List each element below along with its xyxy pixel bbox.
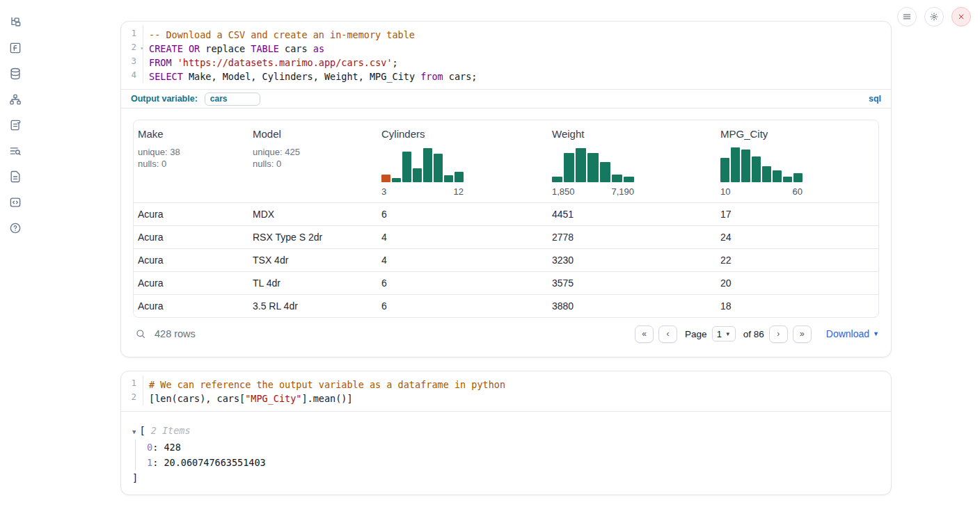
left-sidebar [0, 0, 31, 507]
histogram-bar [587, 153, 598, 182]
column-title: Weight [552, 128, 716, 140]
next-page-button[interactable]: › [769, 325, 788, 343]
python-code-editor[interactable]: 12 # We can reference the output variabl… [121, 371, 891, 412]
code-line: [len(cars), cars["MPG_City"].mean()] [149, 392, 891, 405]
table-row[interactable]: AcuraRSX Type S 2dr4277824 [134, 225, 878, 248]
documentation-icon[interactable] [7, 168, 24, 185]
table-cell: 4 [377, 255, 548, 266]
download-button[interactable]: Download ▼ [826, 328, 879, 339]
column-stat: nulls: 0 [253, 158, 377, 170]
page-select[interactable]: 1 ▼ [712, 326, 736, 341]
table-row[interactable]: AcuraMDX6445117 [134, 202, 878, 225]
histogram-bar [741, 150, 750, 182]
table-row[interactable]: AcuraTSX 4dr4323022 [134, 248, 878, 271]
marimo-notebook: 12▾34 -- Download a CSV and create an in… [0, 0, 980, 507]
table-cell: 4 [377, 232, 548, 243]
output-variable-label: Output variable: [131, 94, 198, 104]
file-explorer-icon[interactable] [7, 14, 24, 31]
table-cell: 6 [377, 300, 548, 312]
column-header-mpg_city[interactable]: MPG_City1060 [716, 120, 878, 202]
top-toolbar [897, 7, 971, 26]
menu-icon[interactable] [897, 7, 917, 26]
column-header-weight[interactable]: Weight1,8507,190 [548, 120, 716, 202]
output-variable-bar: Output variable: sql [121, 89, 891, 108]
table-row[interactable]: AcuraTL 4dr6357520 [134, 271, 878, 294]
histogram-axis: 1060 [720, 186, 803, 197]
chevron-down-icon: ▼ [725, 331, 731, 337]
histogram-axis: 1,8507,190 [552, 186, 634, 197]
fold-chevron-icon[interactable]: ▾ [140, 45, 143, 51]
histogram-bar [455, 172, 464, 182]
table-cell: Acura [134, 300, 248, 312]
functions-icon[interactable] [7, 40, 24, 56]
axis-min-label: 3 [381, 186, 386, 197]
tree-entry-key: 0 [147, 442, 152, 453]
line-number: 1 [121, 378, 143, 392]
table-body: AcuraMDX6445117AcuraRSX Type S 2dr427782… [134, 202, 878, 317]
histogram-bar [762, 166, 771, 182]
histogram-bar [381, 175, 390, 182]
histogram-bar [731, 147, 740, 182]
tree-entry-value: 20.060747663551403 [164, 457, 265, 468]
column-header-make[interactable]: Makeunique: 38nulls: 0 [134, 120, 248, 202]
table-cell: 2778 [548, 232, 716, 243]
total-pages-label: of 86 [743, 329, 764, 339]
column-title: MPG_City [720, 128, 878, 140]
table-cell: Acura [134, 277, 248, 289]
collapse-toggle-icon[interactable]: ▼ [132, 428, 136, 435]
column-histogram[interactable] [552, 146, 634, 182]
column-stat: unique: 425 [253, 146, 377, 158]
first-page-button[interactable]: « [635, 325, 654, 343]
column-title: Cylinders [381, 128, 548, 140]
datasources-icon[interactable] [7, 65, 24, 82]
column-histogram[interactable] [381, 146, 464, 182]
open-bracket: [ [139, 425, 145, 436]
sql-code-editor[interactable]: 12▾34 -- Download a CSV and create an in… [121, 22, 891, 89]
sql-cell: 12▾34 -- Download a CSV and create an in… [120, 21, 892, 357]
table-cell: 3.5 RL 4dr [248, 300, 377, 312]
histogram-bar [552, 177, 562, 182]
table-cell: TL 4dr [248, 277, 377, 289]
histogram-bar [402, 152, 411, 182]
tree-entry-value: 428 [164, 442, 180, 453]
table-cell: 24 [716, 232, 878, 243]
close-icon[interactable] [951, 7, 971, 26]
language-badge[interactable]: sql [869, 94, 881, 104]
code-line: # We can reference the output variable a… [149, 378, 891, 392]
table-row[interactable]: Acura3.5 RL 4dr6388018 [134, 294, 878, 317]
python-cell: 12 # We can reference the output variabl… [120, 371, 892, 495]
pagination: « ‹ Page 1 ▼ of 86 › » Download ▼ [635, 325, 879, 343]
column-title: Model [253, 128, 377, 140]
histogram-bar [612, 175, 622, 182]
logs-icon[interactable] [7, 143, 24, 159]
scratchpad-icon[interactable] [7, 117, 24, 134]
column-header-model[interactable]: Modelunique: 425nulls: 0 [248, 120, 377, 202]
table-cell: TSX 4dr [248, 255, 377, 266]
gear-icon[interactable] [924, 7, 944, 26]
search-icon[interactable] [133, 326, 148, 341]
last-page-button[interactable]: » [793, 325, 812, 343]
column-histogram[interactable] [720, 146, 803, 182]
dependency-graph-icon[interactable] [7, 91, 24, 108]
snippets-icon[interactable] [7, 194, 24, 211]
axis-max-label: 12 [454, 186, 464, 197]
histogram-bar [773, 170, 782, 182]
output-variable-input[interactable] [205, 92, 260, 106]
download-label: Download [826, 328, 869, 339]
table-cell: 6 [377, 277, 548, 289]
tree-entry-key: 1 [147, 457, 152, 468]
table-cell: RSX Type S 2dr [248, 232, 377, 243]
table-cell: 22 [716, 255, 878, 266]
prev-page-button[interactable]: ‹ [658, 325, 677, 343]
tree-root-line: ▼[ 2 Items [132, 423, 891, 440]
histogram-bar [564, 153, 574, 182]
table-cell: 3880 [548, 300, 716, 312]
histogram-bar [600, 162, 610, 182]
items-count-note: 2 Items [145, 425, 191, 436]
column-header-cylinders[interactable]: Cylinders312 [377, 120, 548, 202]
row-count: 428 rows [155, 328, 196, 339]
table-cell: 20 [716, 277, 878, 289]
table-cell: 3230 [548, 255, 716, 266]
table-footer: 428 rows « ‹ Page 1 ▼ of 86 › » Download… [133, 319, 879, 348]
help-icon[interactable] [7, 220, 24, 236]
